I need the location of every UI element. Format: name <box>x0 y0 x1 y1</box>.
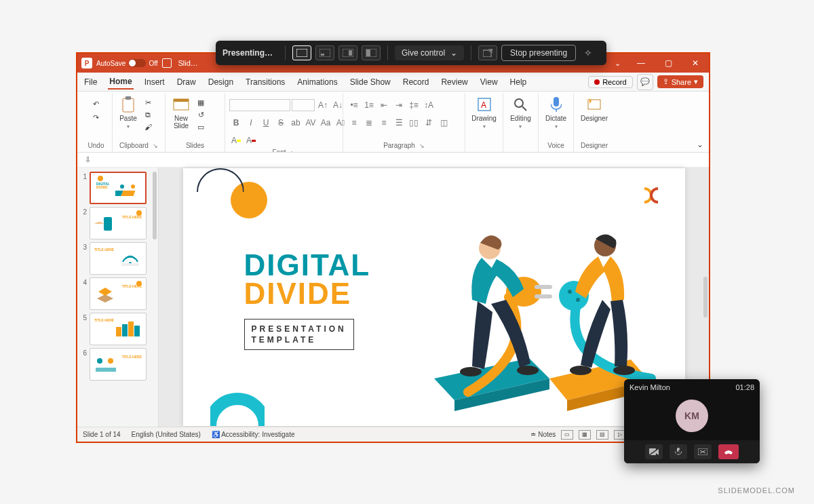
tab-design[interactable]: Design <box>207 75 235 89</box>
thumbnail-scrollbar[interactable] <box>153 172 157 239</box>
designer-button[interactable]: Designer <box>578 94 610 123</box>
paste-button[interactable]: Paste▾ <box>117 94 140 132</box>
justify-button[interactable]: ☰ <box>392 116 406 130</box>
tab-file[interactable]: File <box>83 75 98 89</box>
underline-button[interactable]: U <box>259 116 273 130</box>
thumbnail-4[interactable]: 4 TITLE HERE <box>79 276 157 311</box>
editing-button[interactable]: Editing▾ <box>507 94 534 132</box>
font-launcher[interactable]: ↘ <box>290 149 296 153</box>
sorter-view-button[interactable]: ▦ <box>579 430 591 440</box>
tab-animations[interactable]: Animations <box>296 75 338 89</box>
new-slide-button[interactable]: New Slide <box>170 94 193 131</box>
thumbnail-5[interactable]: 5 TITLE HERE <box>79 311 157 347</box>
teams-call-window[interactable]: Kevin Milton 01:28 KM <box>624 379 760 463</box>
redo-button[interactable]: ↷ <box>91 112 102 123</box>
pin-icon[interactable]: ✧ <box>584 47 592 58</box>
undo-button[interactable]: ↶ <box>91 98 102 109</box>
change-case-button[interactable]: Aa <box>319 116 332 130</box>
maximize-button[interactable]: ▢ <box>655 54 682 73</box>
bold-button[interactable]: B <box>229 116 243 130</box>
camera-button[interactable] <box>645 444 663 459</box>
record-button[interactable]: Record <box>588 76 632 88</box>
tab-draw[interactable]: Draw <box>176 75 197 89</box>
shadow-button[interactable]: ab <box>289 116 303 130</box>
increase-font-button[interactable]: A↑ <box>316 98 330 112</box>
text-direction-button[interactable]: ↕A <box>422 98 435 112</box>
thumbnail-6[interactable]: 6 TITLE HERE <box>79 347 157 382</box>
share-icon: ⇪ <box>663 77 669 86</box>
clipboard-launcher[interactable]: ↘ <box>153 142 158 149</box>
mic-button[interactable] <box>670 444 687 459</box>
minimize-button[interactable]: — <box>627 54 655 73</box>
decrease-font-button[interactable]: A↓ <box>331 98 345 112</box>
highlight-button[interactable]: A <box>229 134 243 147</box>
char-spacing-button[interactable]: AV <box>304 116 317 130</box>
strikethrough-button[interactable]: S <box>274 116 288 130</box>
tab-review[interactable]: Review <box>440 75 469 89</box>
watermark: SLIDEMODEL.COM <box>718 486 795 495</box>
status-accessibility[interactable]: ♿ Accessibility: Investigate <box>212 431 295 438</box>
tab-help[interactable]: Help <box>509 75 528 89</box>
increase-indent-button[interactable]: ⇥ <box>392 98 406 112</box>
slide-canvas[interactable]: DIGITAL DIVIDE PRESENTATION TEMPLATE <box>183 168 685 426</box>
quick-access-dropdown[interactable]: ⇩ <box>84 155 98 165</box>
presenter-mode-sidebyside[interactable] <box>315 45 334 60</box>
bullets-button[interactable]: •≡ <box>347 98 361 112</box>
dictate-button[interactable]: Dictate▾ <box>543 94 569 132</box>
align-right-button[interactable]: ≡ <box>377 116 391 130</box>
tab-slide-show[interactable]: Slide Show <box>349 75 392 89</box>
notes-button[interactable]: ≐ Notes <box>530 431 556 438</box>
cut-button[interactable]: ✂ <box>142 97 153 108</box>
italic-button[interactable]: I <box>244 116 258 130</box>
copy-button[interactable]: ⧉ <box>142 109 153 120</box>
svg-rect-21 <box>121 191 136 196</box>
format-painter-button[interactable]: 🖌 <box>142 121 153 132</box>
collapse-ribbon-button[interactable]: ⌄ <box>697 140 703 149</box>
columns-button[interactable]: ▯▯ <box>407 116 421 130</box>
editor-scrollbar[interactable] <box>703 277 708 317</box>
status-language[interactable]: English (United States) <box>132 431 201 438</box>
normal-view-button[interactable]: ▭ <box>561 430 573 440</box>
font-family-dropdown[interactable] <box>229 99 290 111</box>
align-center-button[interactable]: ≣ <box>362 116 376 130</box>
thumbnail-1[interactable]: 1 DIGITALDIVIDE <box>79 170 157 206</box>
autosave-toggle[interactable]: AutoSave Off <box>96 59 158 67</box>
slide-subtitle: PRESENTATION TEMPLATE <box>244 319 354 350</box>
close-button[interactable]: ✕ <box>682 54 709 73</box>
thumbnail-2[interactable]: 2 TITLE HERE <box>79 206 157 241</box>
font-size-dropdown[interactable] <box>292 99 315 111</box>
tab-record[interactable]: Record <box>402 75 431 89</box>
line-spacing-button[interactable]: ‡≡ <box>407 98 421 112</box>
give-control-dropdown[interactable]: Give control ⌄ <box>395 45 464 60</box>
hangup-button[interactable] <box>718 444 739 459</box>
presenter-mode-overlay[interactable] <box>362 45 381 60</box>
align-left-button[interactable]: ≡ <box>347 116 361 130</box>
stop-presenting-button[interactable]: Stop presenting <box>501 45 576 61</box>
document-title: Slid… <box>178 59 198 67</box>
reading-view-button[interactable]: ▤ <box>596 430 608 440</box>
comments-button[interactable]: 💬 <box>637 74 653 90</box>
popout-icon[interactable] <box>478 45 497 60</box>
tab-insert[interactable]: Insert <box>143 75 166 89</box>
drawing-button[interactable]: A Drawing▾ <box>469 94 499 132</box>
section-button[interactable]: ▭ <box>195 121 206 132</box>
ribbon-display-options[interactable]: ⌄ <box>607 59 627 68</box>
tab-home[interactable]: Home <box>108 74 133 90</box>
tab-view[interactable]: View <box>479 75 499 89</box>
numbering-button[interactable]: 1≡ <box>362 98 376 112</box>
tab-transitions[interactable]: Transitions <box>244 75 286 89</box>
smartart-button[interactable]: ◫ <box>437 116 450 130</box>
thumbnail-3[interactable]: 3 TITLE HERE <box>79 241 157 276</box>
presenter-mode-standout[interactable] <box>292 45 311 60</box>
presenter-mode-reporter[interactable] <box>338 45 357 60</box>
svg-marker-28 <box>98 288 112 296</box>
save-icon[interactable] <box>162 58 172 68</box>
share-button[interactable]: ⇪ Share ▾ <box>657 75 703 88</box>
layout-button[interactable]: ▦ <box>195 97 206 108</box>
paragraph-launcher[interactable]: ↘ <box>419 142 425 149</box>
font-color-button[interactable]: A <box>244 134 258 147</box>
align-text-button[interactable]: ⇵ <box>422 116 435 130</box>
reset-button[interactable]: ↺ <box>195 109 206 120</box>
decrease-indent-button[interactable]: ⇤ <box>377 98 391 112</box>
share-screen-button[interactable] <box>694 444 712 459</box>
